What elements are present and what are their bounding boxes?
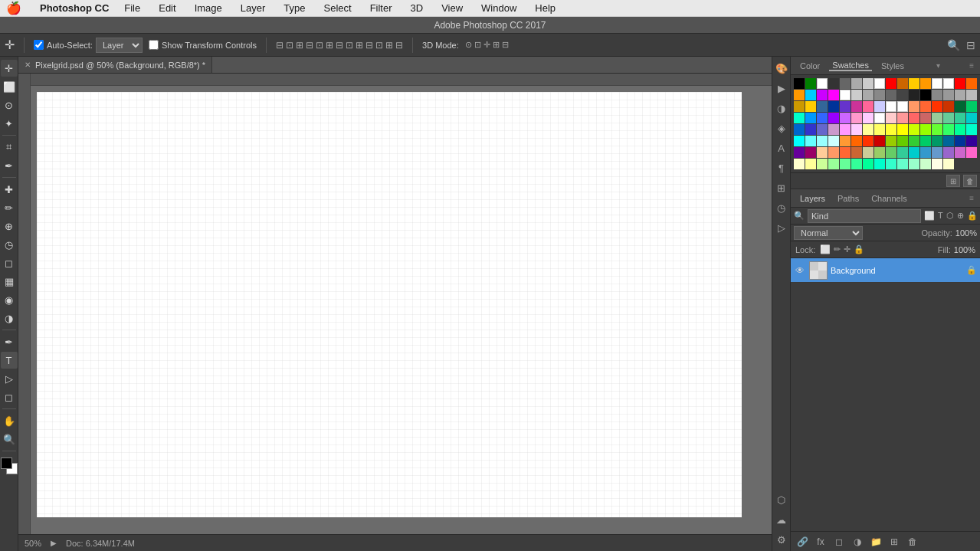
swatch-y12[interactable] [920,159,931,169]
document-tab[interactable]: ✕ Pixelgrid.psd @ 50% (Background, RGB/8… [18,57,212,74]
filter-shape-icon[interactable]: ⬡ [946,211,954,221]
gradient-tool-btn[interactable]: ▦ [1,273,18,290]
hand-tool-btn[interactable]: ✋ [1,412,18,429]
swatch-w4[interactable] [897,101,908,112]
add-style-btn[interactable]: fx [814,535,828,549]
distribute-right-icon[interactable]: ⊞ [356,40,363,51]
swatch-s14[interactable] [874,113,885,123]
swatch-y13[interactable] [932,159,942,169]
lock-position-icon[interactable]: ✛ [844,244,851,254]
swatch-red1[interactable] [886,78,896,89]
swatch-s7[interactable] [794,113,805,123]
color-tab[interactable]: Color [797,61,823,71]
swatch-v8[interactable] [920,136,931,146]
swatch-t12[interactable] [828,124,839,135]
swatch-v13[interactable] [794,147,805,158]
swatch-u11[interactable] [794,136,805,146]
align-left-icon[interactable]: ⊟ [276,40,284,51]
align-center-h-icon[interactable]: ⊡ [286,40,293,51]
swatch-x7[interactable] [886,147,896,158]
shape-tool-btn[interactable]: ◻ [1,389,18,405]
align-right-icon[interactable]: ⊞ [296,40,303,51]
marquee-tool-btn[interactable]: ⬜ [1,78,18,95]
swatch-y4[interactable] [828,159,839,169]
actions-icon[interactable]: ▷ [773,219,790,236]
swatch-yellow1[interactable] [909,78,919,89]
swatch-s3[interactable] [932,101,942,112]
swatch-v3[interactable] [863,136,873,146]
lock-paint-icon[interactable]: ✏ [834,244,841,254]
swatch-blue2[interactable] [828,101,839,112]
filter-lock-icon[interactable]: 🔒 [967,211,978,221]
swatch-lavender1[interactable] [874,101,885,112]
swatch-m3[interactable] [955,90,965,100]
swatch-x5[interactable] [863,147,873,158]
swatch-x14[interactable] [966,147,977,158]
link-layers-btn[interactable]: 🔗 [795,535,809,549]
paragraph-icon[interactable]: ¶ [773,159,790,176]
swatch-r2[interactable] [955,78,965,89]
swatch-m1[interactable] [932,90,942,100]
swatch-v2[interactable] [851,136,862,146]
swatch-y8[interactable] [874,159,885,169]
swatch-u7[interactable] [932,124,942,135]
swatch-pink1[interactable] [851,101,862,112]
swatch-lg5[interactable] [886,90,896,100]
swatch-lg6[interactable] [897,90,908,100]
swatch-t7[interactable] [955,113,965,123]
swatch-u1[interactable] [863,124,873,135]
menu-window[interactable]: Window [478,2,519,14]
swatch-v6[interactable] [897,136,908,146]
menu-image[interactable]: Image [192,2,225,14]
swatch-s13[interactable] [863,113,873,123]
move-tool-btn[interactable]: ✛ [1,60,18,77]
swatch-cyan1[interactable] [805,90,816,100]
swatch-d2[interactable] [840,78,851,89]
swatch-s1[interactable] [909,101,919,112]
swatch-violet1[interactable] [840,101,851,112]
apple-menu[interactable]: 🍎 [6,1,21,15]
swatch-white[interactable] [817,78,828,89]
swatch-x3[interactable] [840,147,851,158]
menu-3d[interactable]: 3D [408,2,427,14]
swatch-x10[interactable] [920,147,931,158]
workspace-icon[interactable]: ⊟ [966,39,975,51]
add-mask-btn[interactable]: ◻ [832,535,846,549]
panel-collapse-btn[interactable]: ▾ [936,61,940,70]
settings-icon[interactable]: ⚙ [773,531,790,548]
swatch-u12[interactable] [805,136,816,146]
swatch-s11[interactable] [840,113,851,123]
swatch-lg2[interactable] [851,90,862,100]
filter-text-icon[interactable]: T [938,211,943,221]
swatch-v1[interactable] [840,136,851,146]
crop-tool-btn[interactable]: ⌗ [1,139,18,156]
swatch-v7[interactable] [909,136,919,146]
swatch-s10[interactable] [828,113,839,123]
swatch-x9[interactable] [909,147,919,158]
swatch-o3[interactable] [794,90,805,100]
eraser-tool-btn[interactable]: ◻ [1,254,18,271]
swatch-lg7[interactable] [909,90,919,100]
swatch-t11[interactable] [817,124,828,135]
swatch-x12[interactable] [943,147,954,158]
menu-help[interactable]: Help [532,2,559,14]
healing-tool-btn[interactable]: ✚ [1,181,18,198]
delete-layer-btn[interactable]: 🗑 [906,535,919,549]
layer-visibility-toggle[interactable]: 👁 [794,264,806,277]
blur-tool-btn[interactable]: ◉ [1,291,18,308]
swatch-u10[interactable] [966,124,977,135]
swatch-s4[interactable] [943,101,954,112]
swatch-y7[interactable] [863,159,873,169]
swatch-t6[interactable] [943,113,954,123]
swatch-y14[interactable] [943,159,954,169]
lock-pixels-icon[interactable]: ⬜ [820,244,831,254]
swatch-u14[interactable] [828,136,839,146]
history-icon[interactable]: ◷ [773,199,790,216]
swatch-t8[interactable] [966,113,977,123]
layer-background[interactable]: 👁 Background 🔒 [791,258,980,283]
distribute-spacing-icon[interactable]: ⊟ [395,40,403,51]
foreground-color-box[interactable] [1,458,12,469]
eyedropper-tool-btn[interactable]: ✒ [1,157,18,174]
swatch-x11[interactable] [932,147,942,158]
swatch-v14[interactable] [805,147,816,158]
